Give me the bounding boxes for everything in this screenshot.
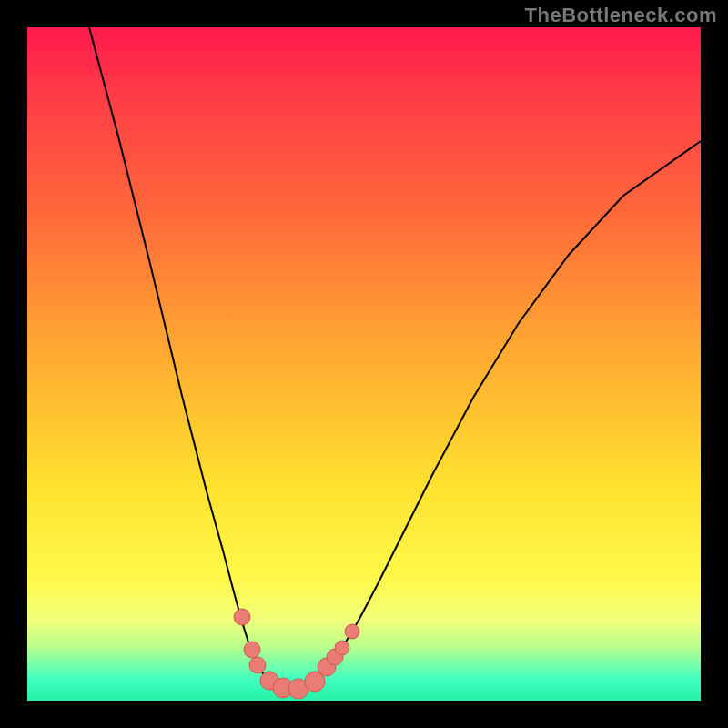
- curve-layer: [27, 27, 701, 701]
- data-marker: [335, 641, 349, 655]
- attribution-text: TheBottleneck.com: [525, 4, 717, 27]
- curve-right-branch: [291, 141, 701, 691]
- marker-group: [234, 609, 359, 699]
- curve-left-branch: [89, 27, 291, 691]
- plot-area: [27, 27, 701, 701]
- data-marker: [345, 624, 359, 639]
- data-marker: [234, 609, 250, 625]
- chart-stage: TheBottleneck.com: [0, 0, 728, 728]
- data-marker: [244, 642, 260, 658]
- data-marker: [249, 657, 266, 673]
